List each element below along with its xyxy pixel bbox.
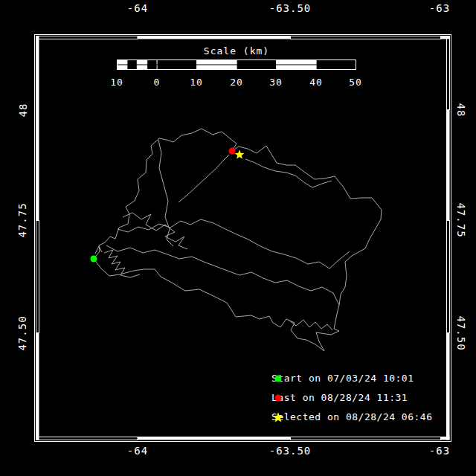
scale-label-0: 10	[110, 77, 123, 88]
track-map-screen: { "axes": { "top": ["-64", "-63.50", "-6…	[0, 0, 476, 476]
track-segment[interactable]	[104, 250, 140, 277]
start-point-marker[interactable]	[91, 256, 97, 263]
track-segment[interactable]	[159, 129, 237, 151]
tick-label-top-1: -64	[127, 2, 148, 14]
tick-label-left-2: 47.75	[16, 202, 28, 237]
tick-label-bottom-1: -64	[127, 445, 148, 457]
map-border-bottom	[36, 437, 450, 440]
tick-label-right-2: 47.75	[455, 202, 467, 237]
selected-point-star-marker[interactable]	[235, 149, 245, 158]
track-segment[interactable]	[118, 219, 350, 268]
scale-label-2: 10	[190, 77, 203, 88]
scale-label-6: 50	[349, 77, 362, 88]
tick-label-bottom-3: -63	[429, 445, 450, 457]
tick-label-left-1: 48	[17, 103, 29, 118]
last-dot-icon	[271, 392, 285, 404]
track-segment[interactable]	[178, 155, 229, 202]
tick-label-right-1: 48	[455, 103, 467, 118]
legend-row-selected: Selected on 08/28/24 06:46	[271, 411, 433, 422]
legend-last-label: Last on 08/28/24 11:31	[271, 392, 408, 403]
selected-star-icon	[271, 411, 285, 423]
tick-label-bottom-2: -63.50	[269, 445, 312, 457]
legend-row-last: Last on 08/28/24 11:31	[271, 392, 408, 403]
start-dot-icon	[271, 373, 285, 385]
track-segment[interactable]	[123, 213, 187, 249]
tick-label-right-3: 47.50	[455, 315, 467, 350]
scale-label-4: 30	[269, 77, 283, 88]
track-segment[interactable]	[94, 138, 159, 259]
scale-label-1: 0	[154, 77, 161, 88]
track-segment[interactable]	[106, 245, 339, 305]
map-border-right	[446, 36, 450, 440]
track-segment[interactable]	[245, 159, 332, 187]
tick-label-top-2: -63.50	[269, 2, 312, 14]
track-path[interactable]	[94, 129, 382, 351]
legend-start-label: Start on 07/03/24 10:01	[271, 373, 414, 384]
legend-row-start: Start on 07/03/24 10:01	[271, 373, 414, 384]
scale-bar-title: Scale (km)	[204, 45, 269, 57]
track-segment[interactable]	[289, 320, 332, 330]
tick-label-left-3: 47.50	[16, 315, 28, 350]
scale-label-5: 40	[309, 77, 323, 88]
map-border-left	[36, 36, 39, 440]
map-plot-canvas	[0, 0, 476, 476]
scale-bar	[118, 60, 356, 70]
last-point-marker[interactable]	[229, 148, 236, 155]
tick-label-top-3: -63	[429, 2, 450, 14]
scale-label-3: 20	[230, 77, 243, 88]
track-segment[interactable]	[94, 146, 382, 351]
track-segment[interactable]	[158, 140, 173, 246]
legend-selected-label: Selected on 08/28/24 06:46	[271, 411, 433, 422]
map-border-top	[36, 36, 450, 39]
